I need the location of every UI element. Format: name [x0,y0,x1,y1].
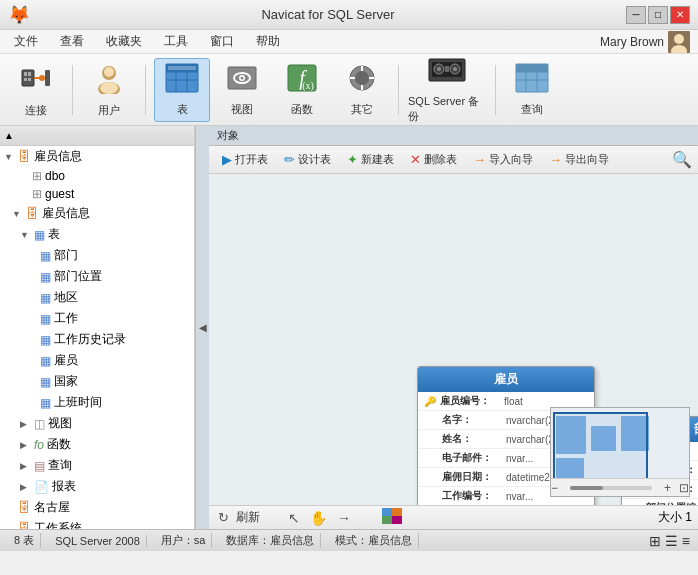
color-picker[interactable] [379,508,405,527]
toolbar-func[interactable]: f (x) 函数 [274,58,330,122]
sidebar-toggle-arrow: ◀ [199,322,207,333]
sidebar-header: ▲ [0,126,194,146]
svg-rect-5 [28,72,31,76]
minimize-button[interactable]: ─ [626,6,646,24]
status-server: SQL Server 2008 [49,535,147,547]
sidebar-item-dept-location[interactable]: ▦ 部门位置 [0,266,194,287]
sidebar-item-reports-group[interactable]: ▶ 📄 报表 [0,476,194,497]
sidebar-item-work-system[interactable]: 🗄 工作系统 [0,518,194,529]
toolbar-connect[interactable]: 连接 [8,58,64,122]
toolbar-sep-4 [495,65,496,115]
sidebar-item-views-group[interactable]: ▶ ◫ 视图 [0,413,194,434]
user-area: Mary Brown [600,31,690,53]
toolbar-other[interactable]: 其它 [334,58,390,122]
sidebar-item-dbo[interactable]: ⊞ dbo [0,167,194,185]
status-list-icon[interactable]: ☰ [665,533,678,549]
menu-view[interactable]: 查看 [50,31,94,52]
toolbar-view[interactable]: 视图 [214,58,270,122]
search-icon[interactable]: 🔍 [672,150,692,169]
minimap-reset[interactable]: ⊡ [679,481,689,495]
minimap-zoom-in[interactable]: + [664,481,671,495]
user-name: Mary Brown [600,35,664,49]
table-icon [165,63,199,98]
sidebar-item-employee[interactable]: ▦ 雇员 [0,350,194,371]
open-table-btn[interactable]: ▶ 打开表 [215,149,275,170]
svg-point-14 [100,82,118,94]
maximize-button[interactable]: □ [648,6,668,24]
menu-help[interactable]: 帮助 [246,31,290,52]
svg-rect-7 [28,78,31,81]
import-wizard-icon: → [473,152,486,167]
toolbar: 连接 用户 表 [0,54,698,126]
toolbar-backup[interactable]: SQL Server 备份 [407,58,487,122]
sidebar-item-dept[interactable]: ▦ 部门 [0,245,194,266]
delete-table-btn[interactable]: ✕ 删除表 [403,149,464,170]
status-grid-icon[interactable]: ⊞ [649,533,661,549]
status-table-count: 8 表 [8,533,41,548]
svg-rect-21 [168,66,196,70]
menu-favorites[interactable]: 收藏夹 [96,31,152,52]
svg-point-38 [437,67,441,71]
sidebar-item-country[interactable]: ▦ 国家 [0,371,194,392]
sidebar-item-work[interactable]: ▦ 工作 [0,308,194,329]
sidebar-item-work-history[interactable]: ▦ 工作历史记录 [0,329,194,350]
close-button[interactable]: ✕ [670,6,690,24]
line-tool[interactable]: → [334,510,354,526]
menu-bar: 文件 查看 收藏夹 工具 窗口 帮助 Mary Brown [0,30,698,54]
toolbar-query[interactable]: 查询 [504,58,560,122]
sidebar-item-region[interactable]: ▦ 地区 [0,287,194,308]
obj-toolbar: ▶ 打开表 ✏ 设计表 ✦ 新建表 ✕ 删除表 → 导入向导 → 导出向导 [209,146,698,174]
svg-rect-10 [45,70,50,86]
er-table-employee-header: 雇员 [418,367,594,392]
menu-file[interactable]: 文件 [4,31,48,52]
sidebar-item-guest[interactable]: ⊞ guest [0,185,194,203]
sidebar-item-employees-db[interactable]: ▼ 🗄 雇员信息 [0,146,194,167]
menu-window[interactable]: 窗口 [200,31,244,52]
toolbar-table[interactable]: 表 [154,58,210,122]
toolbar-sep-2 [145,65,146,115]
sidebar-collapse-icon[interactable]: ▲ [4,130,14,141]
hand-tool[interactable]: ✋ [307,510,330,526]
sidebar: ▲ ▼ 🗄 雇员信息 ⊞ dbo ⊞ guest ▼ 🗄 雇员信息 ▼ ▦ 表 [0,126,195,529]
key-icon: 🔑 [424,396,436,407]
sidebar-toggle[interactable]: ◀ [195,126,209,529]
app-logo: 🦊 [8,4,30,26]
menu-tools[interactable]: 工具 [154,31,198,52]
diagram-canvas[interactable]: 雇员 🔑 雇员编号： float 名字： nvarchar(20) 姓名： nv… [209,174,698,505]
svg-rect-53 [382,516,392,524]
new-table-btn[interactable]: ✦ 新建表 [340,149,401,170]
connect-icon [20,62,52,99]
refresh-label: 刷新 [236,509,260,526]
sidebar-item-tables-group[interactable]: ▼ ▦ 表 [0,224,194,245]
obj-header-bar: 对象 [209,126,698,146]
minimap-controls: − + ⊡ [551,478,689,496]
export-wizard-icon: → [549,152,562,167]
import-wizard-btn[interactable]: → 导入向导 [466,149,540,170]
sidebar-item-funcs-group[interactable]: ▶ fo 函数 [0,434,194,455]
user-icon [93,62,125,99]
sidebar-item-nagoya[interactable]: 🗄 名古屋 [0,497,194,518]
toolbar-user[interactable]: 用户 [81,58,137,122]
minimap[interactable]: − + ⊡ [550,407,690,497]
design-table-icon: ✏ [284,152,295,167]
minimap-zoom-out[interactable]: − [551,481,558,495]
app-title: Navicat for SQL Server [30,7,626,22]
sidebar-item-schedule[interactable]: ▦ 上班时间 [0,392,194,413]
window-controls[interactable]: ─ □ ✕ [626,6,690,24]
sidebar-item-queries-group[interactable]: ▶ ▤ 查询 [0,455,194,476]
svg-rect-6 [24,78,27,81]
obj-header-label: 对象 [217,128,239,143]
status-bar: 8 表 SQL Server 2008 用户：sa 数据库：雇员信息 模式：雇员… [0,529,698,551]
sidebar-item-employees-schema[interactable]: ▼ 🗄 雇员信息 [0,203,194,224]
refresh-icon[interactable]: ↻ [215,510,232,525]
table-label: 表 [177,102,188,117]
status-detail-icon[interactable]: ≡ [682,533,690,549]
cursor-tool[interactable]: ↖ [285,510,303,526]
design-table-btn[interactable]: ✏ 设计表 [277,149,338,170]
export-wizard-btn[interactable]: → 导出向导 [542,149,616,170]
svg-point-25 [241,76,244,79]
other-icon [346,63,378,98]
status-user: 用户：sa [155,533,213,548]
main-layout: ▲ ▼ 🗄 雇员信息 ⊞ dbo ⊞ guest ▼ 🗄 雇员信息 ▼ ▦ 表 [0,126,698,529]
status-right: ⊞ ☰ ≡ [649,533,690,549]
